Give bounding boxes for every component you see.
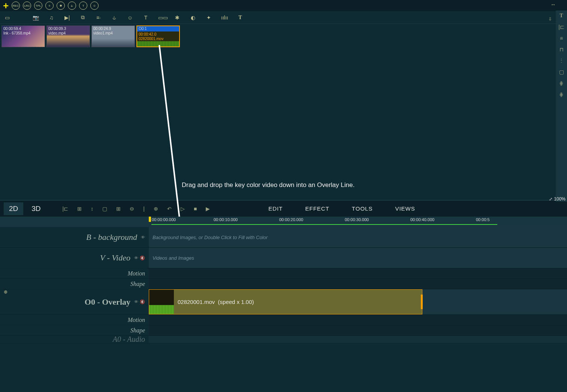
equalizer-icon[interactable]: ıılıı: [221, 15, 228, 21]
time-tick: 00:00:30.000: [345, 217, 369, 222]
battery-icon[interactable]: ▭▭: [158, 15, 165, 21]
track-video[interactable]: V - Video 👁 🔇 Videos and Images: [0, 248, 567, 268]
visibility-icon[interactable]: 👁: [134, 299, 138, 304]
resize-arrows-icon[interactable]: ↔: [551, 1, 556, 7]
track-motion-1[interactable]: Motion: [0, 268, 567, 279]
grid-icon[interactable]: ⧉: [79, 14, 86, 21]
lrc-button[interactable]: LRC: [23, 1, 31, 10]
layout-panel-icon[interactable]: ⊓: [560, 46, 564, 52]
account-button[interactable]: ☺: [90, 1, 99, 10]
overlay-clip[interactable]: 02820001.mov (speed x 1.00): [149, 289, 422, 314]
track-label: Motion: [128, 270, 145, 277]
mute-icon[interactable]: 🔇: [140, 299, 145, 304]
text-tool-icon[interactable]: T: [142, 15, 149, 21]
track-hint: Background Images, or Double Click to Fi…: [153, 235, 268, 240]
zoom-level[interactable]: 100%: [549, 196, 566, 202]
track-label: V - Video: [100, 253, 130, 263]
text-panel-icon[interactable]: T: [560, 13, 563, 19]
split-icon[interactable]: ⫝: [111, 15, 118, 21]
media-clip-2[interactable]: 00:00:09.3 video.mp4: [46, 25, 90, 47]
time-tick: 00:00:00.000: [152, 217, 176, 222]
sparkle-icon[interactable]: ✦: [205, 15, 212, 21]
tl-tool-1[interactable]: |⊏: [60, 204, 72, 213]
clip-overlay-badge: O0:1: [137, 26, 179, 31]
asterisk-button[interactable]: ✱: [57, 1, 65, 10]
tl-tool-4[interactable]: ▢: [99, 204, 110, 213]
time-tick: 00:00:40.000: [410, 217, 434, 222]
clip-filename: 02820001.mov (speed x 1.00): [178, 299, 254, 305]
layout-icon[interactable]: ▭: [4, 15, 10, 21]
track-label: Shape: [130, 281, 145, 287]
undo-button[interactable]: ↶: [164, 204, 175, 213]
view-tab-2d[interactable]: 2D: [4, 202, 23, 215]
clip-name: 02820001.mov: [139, 37, 163, 41]
align-panel-icon[interactable]: |⊏: [558, 24, 564, 30]
visibility-icon[interactable]: 👁: [141, 235, 145, 239]
tl-tool-6[interactable]: ⊖: [127, 204, 137, 213]
music-icon[interactable]: ♫: [48, 15, 55, 21]
tl-tool-2[interactable]: ⊞: [74, 204, 85, 213]
tl-tool-5[interactable]: ⊞: [113, 204, 124, 213]
mute-icon[interactable]: 🔇: [140, 256, 145, 260]
add-media-button[interactable]: +: [3, 1, 9, 10]
stop-button[interactable]: ■: [191, 204, 200, 213]
clip-end-handle[interactable]: [421, 295, 423, 309]
rec-button[interactable]: REC: [12, 1, 20, 10]
add-track-button[interactable]: ⊕: [4, 289, 7, 295]
contrast-icon[interactable]: ◐: [190, 15, 196, 21]
text-button[interactable]: T: [79, 1, 87, 10]
waveform-thumb: [137, 41, 179, 46]
view-tab-3d[interactable]: 3D: [26, 202, 46, 215]
media-clip-selected[interactable]: O0:1 00:00:42.0 02820001.mov: [136, 25, 180, 47]
camera-icon[interactable]: 📷: [32, 15, 39, 21]
grid2-panel-icon[interactable]: ⋕: [559, 91, 564, 97]
timeline-header: 2D 3D |⊏ ⊞ ↕ ▢ ⊞ ⊖ | ⊕ ↶ ▷ ■ ▶ EDIT EFFE…: [0, 200, 567, 217]
text-bold-icon[interactable]: T: [237, 15, 244, 21]
time-tick: 00:00:20.000: [279, 217, 303, 222]
track-shape-1[interactable]: Shape: [0, 279, 567, 289]
playhead[interactable]: [149, 217, 151, 222]
list-panel-icon[interactable]: ≡: [560, 35, 563, 41]
clip-duration: 00:00:42.0: [139, 32, 156, 36]
tpl-button[interactable]: TPL: [34, 1, 42, 10]
effect-icon[interactable]: ✱: [174, 15, 181, 21]
media-clip-3[interactable]: 00:00:24.9 video1.mp4: [91, 25, 135, 47]
pin-panel-icon[interactable]: ⵗ: [561, 58, 562, 64]
tl-tool-7[interactable]: |: [140, 204, 148, 213]
menu-edit[interactable]: EDIT: [268, 205, 283, 212]
track-background[interactable]: B - background 👁 Background Images, or D…: [0, 227, 567, 248]
track-audio[interactable]: A0 - Audio: [0, 336, 567, 343]
visibility-icon[interactable]: 👁: [134, 256, 138, 260]
play-icon[interactable]: ▶|: [64, 15, 70, 21]
grid-panel-icon[interactable]: ⋕: [559, 80, 564, 86]
track-overlay[interactable]: ⊕ O0 - Overlay 👁 🔇 02820001.mov (speed x…: [0, 289, 567, 315]
clip-duration: 00:00:24.9: [93, 27, 111, 31]
media-bin[interactable]: 00:00:59.4 Ink - 67358.mp4 00:00:09.3 vi…: [0, 24, 567, 200]
time-ruler[interactable]: 00:00:00.000 00:00:10.000 00:00:20.000 0…: [0, 217, 567, 227]
list-icon[interactable]: ≡·: [95, 15, 102, 21]
crop-panel-icon[interactable]: ▢: [559, 69, 564, 75]
tl-tool-8[interactable]: ⊕: [151, 204, 161, 213]
track-shape-2[interactable]: Shape: [0, 325, 567, 336]
menu-effect[interactable]: EFFECT: [305, 205, 329, 212]
track-motion-2[interactable]: Motion: [0, 315, 567, 325]
play-button[interactable]: ▶: [203, 204, 213, 213]
tl-tool-3[interactable]: ↕: [88, 204, 96, 213]
clip-name: Ink - 67358.mp4: [3, 31, 30, 35]
track-hint: Videos and Images: [153, 255, 194, 261]
time-tick: 00:00:10.000: [214, 217, 238, 222]
time-tick: 00:00:5: [476, 217, 490, 222]
menu-tools[interactable]: TOOLS: [352, 205, 373, 212]
download-icon[interactable]: ⇩: [548, 16, 552, 22]
menu-views[interactable]: VIEWS: [395, 205, 415, 212]
emoji-icon[interactable]: ☺: [127, 15, 133, 21]
cut-button[interactable]: ⫝: [68, 1, 76, 10]
track-label: Shape: [130, 327, 145, 334]
track-label: B - background: [86, 232, 137, 242]
track-label: A0 - Audio: [113, 335, 145, 344]
step-button[interactable]: ▷: [178, 204, 188, 213]
secondary-toolbar: ▭ 📷 ♫ ▶| ⧉ ≡· ⫝ ☺ T ▭▭ ✱ ◐ ✦ ıılıı T ⇩: [0, 11, 567, 24]
media-clip-1[interactable]: 00:00:59.4 Ink - 67358.mp4: [1, 25, 45, 47]
list-button[interactable]: ≡: [45, 1, 54, 10]
track-label: O0 - Overlay: [85, 297, 130, 307]
